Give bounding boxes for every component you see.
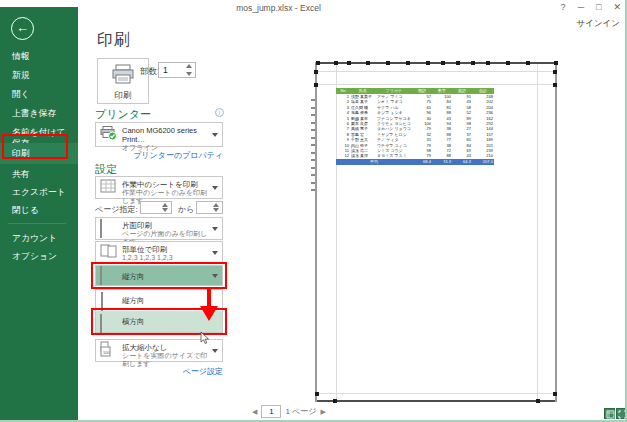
pages-to-stepper[interactable] — [196, 201, 223, 214]
pages-from-stepper[interactable] — [140, 201, 172, 214]
row-tick-mark — [311, 107, 315, 109]
column-width-handle[interactable] — [366, 61, 370, 65]
sign-in-link[interactable]: サインイン — [577, 18, 621, 30]
side-margin-handle[interactable] — [314, 70, 318, 74]
one-sided-page-icon — [100, 220, 102, 238]
close-button[interactable]: ✕ — [613, 2, 621, 12]
annotation-arrow-head — [200, 306, 218, 321]
spin-down-icon[interactable] — [213, 208, 219, 212]
column-width-handle[interactable] — [334, 61, 338, 65]
previous-page-icon[interactable]: ◀ — [252, 408, 257, 416]
scaling-title: 拡大縮小なし — [122, 343, 212, 352]
column-width-handle[interactable] — [386, 61, 390, 65]
next-page-icon[interactable]: ▶ — [320, 408, 325, 416]
duplex-dropdown[interactable]: 片面印刷 ページの片面のみを印刷します — [95, 217, 223, 240]
window-title: mos_jump.xlsx - Excel — [0, 3, 557, 13]
column-width-handle[interactable] — [471, 61, 475, 65]
copies-stepper[interactable]: 1 — [158, 62, 196, 78]
footer-margin-handle[interactable] — [536, 399, 540, 403]
print-button-label: 印刷 — [98, 90, 148, 102]
bottom-margin-handle[interactable] — [315, 392, 319, 396]
chevron-down-icon — [212, 133, 218, 137]
column-width-handle[interactable] — [316, 61, 320, 65]
row-tick-mark — [311, 114, 315, 116]
table-cell: キヨミズ マスミ — [376, 153, 412, 158]
bottom-margin-guide[interactable] — [317, 393, 555, 394]
sidebar-item-open[interactable]: 開く — [0, 89, 78, 100]
sidebar-item-new[interactable]: 新規 — [0, 70, 78, 81]
back-button[interactable]: ← — [11, 17, 34, 40]
column-width-handle[interactable] — [554, 61, 558, 65]
printer-properties-link[interactable]: プリンターのプロパティ — [95, 150, 223, 161]
sidebar-item-close-file[interactable]: 閉じる — [0, 205, 78, 216]
row-tick-mark — [311, 99, 315, 101]
page-left-edge — [315, 62, 317, 402]
page-top-edge[interactable] — [315, 62, 557, 64]
page-bottom-edge[interactable] — [315, 400, 557, 402]
side-margin-handle[interactable] — [314, 83, 318, 87]
orientation-dropdown[interactable]: 縦方向 — [95, 265, 223, 286]
sidebar-item-info[interactable]: 情報 — [0, 51, 78, 62]
column-width-handle[interactable] — [526, 61, 530, 65]
spin-up-icon[interactable] — [162, 203, 168, 207]
copies-spin-arrows[interactable] — [184, 64, 193, 76]
row-tick-mark — [311, 144, 315, 146]
orientation-option-label: 縦方向 — [122, 296, 145, 306]
column-width-handle[interactable] — [406, 61, 410, 65]
printer-section-header: プリンター — [95, 107, 151, 122]
table-average-cell: 207.0 — [472, 159, 494, 165]
current-page-input[interactable]: 1 — [261, 405, 281, 418]
pages-to-arrows[interactable] — [211, 203, 220, 212]
sidebar-item-options[interactable]: オプション — [0, 251, 78, 262]
right-margin-guide[interactable] — [537, 64, 538, 400]
page-setup-link[interactable]: ページ設定 — [95, 366, 223, 377]
chevron-down-icon — [212, 227, 218, 231]
spin-up-icon[interactable] — [213, 203, 219, 207]
printer-name: Canon MG6200 series Print… — [122, 126, 212, 144]
column-width-handle[interactable] — [506, 61, 510, 65]
chevron-down-icon — [212, 186, 218, 190]
print-button[interactable]: 印刷 — [97, 58, 149, 104]
column-width-handle[interactable] — [426, 61, 430, 65]
column-width-handle[interactable] — [456, 61, 460, 65]
side-margin-handle[interactable] — [553, 83, 557, 87]
show-margins-button[interactable] — [604, 408, 615, 419]
minimize-button[interactable]: ─ — [578, 2, 584, 12]
column-width-handle[interactable] — [347, 61, 351, 65]
top-margin-guide[interactable] — [317, 84, 555, 85]
pages-to-label: から — [178, 204, 194, 215]
sidebar-item-share[interactable]: 共有 — [0, 169, 78, 180]
chevron-down-icon — [212, 274, 218, 278]
no-scaling-icon: 100 — [100, 341, 118, 361]
spin-down-icon[interactable] — [162, 208, 168, 212]
bottom-margin-handle[interactable] — [553, 392, 557, 396]
sidebar-item-export[interactable]: エクスポート — [0, 187, 78, 198]
pages-from-arrows[interactable] — [160, 203, 169, 212]
orientation-value: 縦方向 — [122, 272, 212, 281]
spin-down-icon[interactable] — [186, 72, 192, 76]
side-margin-handle[interactable] — [553, 70, 557, 74]
collation-dropdown[interactable]: 部単位で印刷 1,2,3 1,2,3 1,2,3 — [95, 241, 223, 264]
sidebar-item-save[interactable]: 上書き保存 — [0, 108, 78, 119]
restore-button[interactable]: □ — [596, 2, 601, 12]
sidebar-divider — [8, 223, 66, 224]
column-width-handle[interactable] — [486, 61, 490, 65]
pages-label: ページ指定: — [95, 204, 138, 215]
show-margins-icon — [606, 410, 615, 419]
sidebar-item-print[interactable]: 印刷 — [0, 143, 78, 164]
footer-margin-handle[interactable] — [333, 399, 337, 403]
print-what-dropdown[interactable]: 作業中のシートを印刷 作業中のシートのみを印刷します — [95, 176, 223, 199]
sidebar-item-account[interactable]: アカウント — [0, 233, 78, 244]
printer-dropdown[interactable]: Canon MG6200 series Print… オフライン — [95, 122, 223, 147]
help-button[interactable]: ? — [561, 2, 566, 12]
zoom-to-page-button[interactable] — [616, 408, 627, 419]
collation-subtitle: 1,2,3 1,2,3 1,2,3 — [122, 254, 212, 262]
spin-up-icon[interactable] — [186, 64, 192, 68]
excel-backstage-print-window: mos_jump.xlsx - Excel ? ─ □ ✕ サインイン ← 情報… — [0, 0, 627, 422]
column-width-handle[interactable] — [441, 61, 445, 65]
row-tick-mark — [311, 129, 315, 131]
settings-section-header: 設定 — [95, 162, 117, 177]
header-margin-guide[interactable] — [317, 71, 555, 72]
info-icon[interactable]: i — [215, 108, 224, 117]
row-tick-mark — [311, 174, 315, 176]
